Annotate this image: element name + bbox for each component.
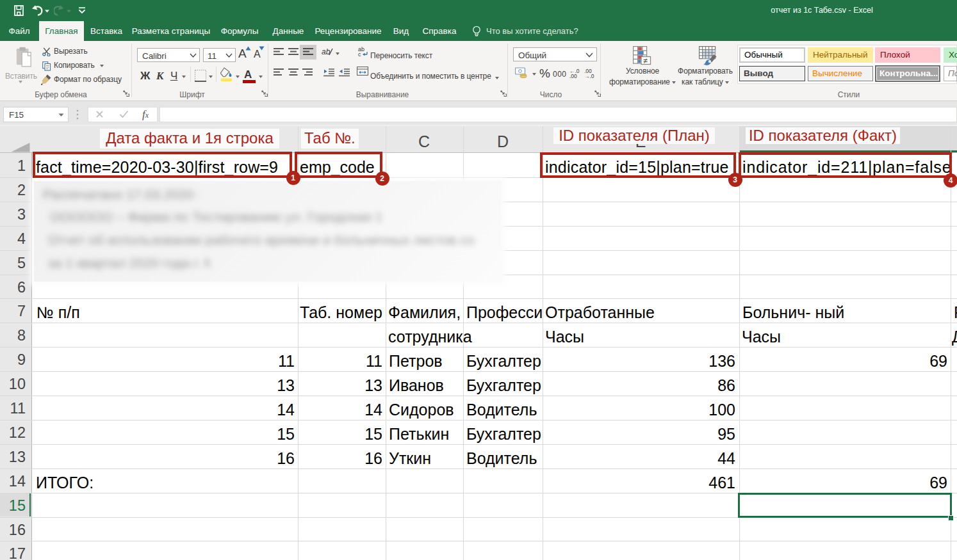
svg-text:.00: .00 (569, 73, 577, 78)
svg-text:≠: ≠ (644, 56, 648, 65)
svg-text:ab: ab (322, 47, 331, 56)
svg-text:→.0: →.0 (584, 73, 594, 78)
svg-text:c: c (358, 51, 361, 57)
